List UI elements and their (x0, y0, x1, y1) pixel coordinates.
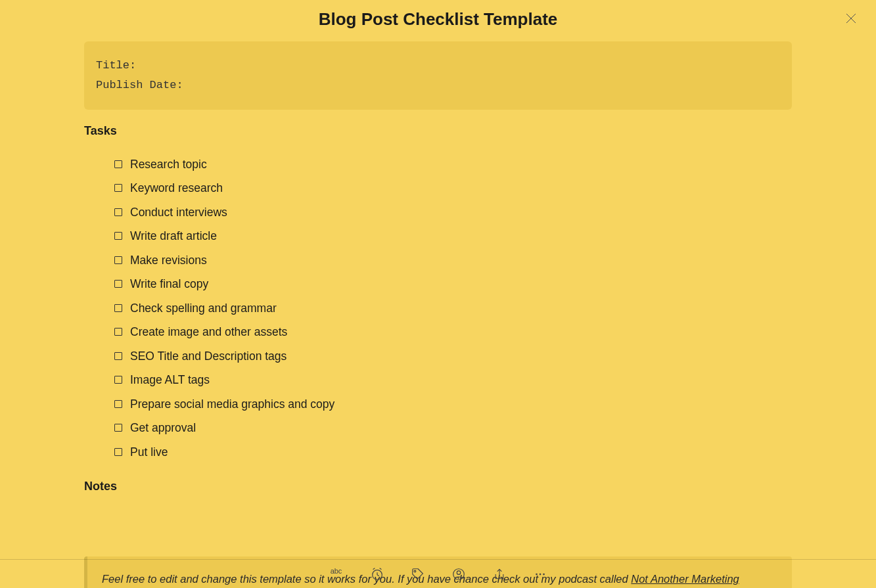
user-plus-icon (451, 567, 466, 581)
header: Blog Post Checklist Template (0, 0, 876, 41)
task-checkbox[interactable] (114, 208, 122, 216)
task-item: Write draft article (114, 228, 792, 244)
svg-point-13 (539, 573, 541, 575)
tag-icon (411, 567, 425, 581)
task-item: Keyword research (114, 180, 792, 196)
task-label[interactable]: Put live (130, 444, 168, 461)
svg-line-6 (379, 568, 381, 569)
task-label[interactable]: Get approval (130, 420, 196, 436)
task-checkbox[interactable] (114, 352, 122, 360)
task-label[interactable]: Write draft article (130, 228, 217, 244)
task-item: Make revisions (114, 252, 792, 269)
metadata-title-line: Title: (96, 56, 780, 76)
task-item: Prepare social media graphics and copy (114, 396, 792, 413)
task-item: Put live (114, 444, 792, 461)
task-checkbox[interactable] (114, 280, 122, 288)
reminder-button[interactable] (369, 566, 385, 582)
page-title[interactable]: Blog Post Checklist Template (319, 9, 558, 30)
task-checkbox[interactable] (114, 400, 122, 408)
export-button[interactable] (492, 566, 507, 582)
task-checkbox[interactable] (114, 184, 122, 192)
task-item: Create image and other assets (114, 324, 792, 340)
tasks-list: Research topicKeyword researchConduct in… (84, 156, 792, 461)
more-icon (533, 567, 547, 581)
task-label[interactable]: Keyword research (130, 180, 223, 196)
svg-point-9 (457, 570, 461, 574)
task-checkbox[interactable] (114, 328, 122, 336)
svg-point-7 (414, 570, 416, 572)
metadata-block[interactable]: Title: Publish Date: (84, 41, 792, 110)
task-item: Image ALT tags (114, 372, 792, 388)
task-item: Write final copy (114, 276, 792, 292)
task-label[interactable]: Prepare social media graphics and copy (130, 396, 334, 413)
task-checkbox[interactable] (114, 376, 122, 384)
task-label[interactable]: Conduct interviews (130, 204, 227, 221)
task-label[interactable]: Create image and other assets (130, 324, 287, 340)
close-button[interactable] (844, 12, 858, 25)
close-icon (844, 12, 858, 25)
task-checkbox[interactable] (114, 424, 122, 432)
task-checkbox[interactable] (114, 232, 122, 240)
tag-button[interactable] (410, 566, 426, 582)
task-item: Check spelling and grammar (114, 300, 792, 317)
tasks-heading: Tasks (84, 124, 792, 138)
share-user-button[interactable] (451, 566, 467, 582)
task-item: Get approval (114, 420, 792, 436)
bottom-toolbar: abc ⌄ (0, 559, 876, 588)
content-area: Title: Publish Date: Tasks Research topi… (0, 41, 876, 588)
notes-heading: Notes (84, 480, 792, 493)
task-item: SEO Title and Description tags (114, 348, 792, 365)
svg-point-12 (536, 573, 538, 575)
task-label[interactable]: Check spelling and grammar (130, 300, 277, 317)
more-button[interactable] (532, 566, 548, 582)
share-icon (493, 568, 506, 581)
task-label[interactable]: Make revisions (130, 252, 207, 269)
metadata-date-line: Publish Date: (96, 76, 780, 95)
chevron-down-icon: ⌄ (331, 575, 342, 580)
task-label[interactable]: Image ALT tags (130, 372, 210, 388)
spellcheck-button[interactable]: abc ⌄ (329, 566, 344, 582)
task-checkbox[interactable] (114, 256, 122, 264)
task-item: Research topic (114, 156, 792, 173)
clock-icon (370, 567, 384, 581)
svg-line-4 (377, 574, 379, 576)
task-checkbox[interactable] (114, 448, 122, 456)
task-checkbox[interactable] (114, 304, 122, 312)
task-label[interactable]: Write final copy (130, 276, 208, 292)
task-item: Conduct interviews (114, 204, 792, 221)
svg-point-14 (543, 573, 545, 575)
task-label[interactable]: Research topic (130, 156, 207, 173)
task-checkbox[interactable] (114, 160, 122, 168)
svg-line-5 (373, 568, 375, 569)
task-label[interactable]: SEO Title and Description tags (130, 348, 287, 365)
